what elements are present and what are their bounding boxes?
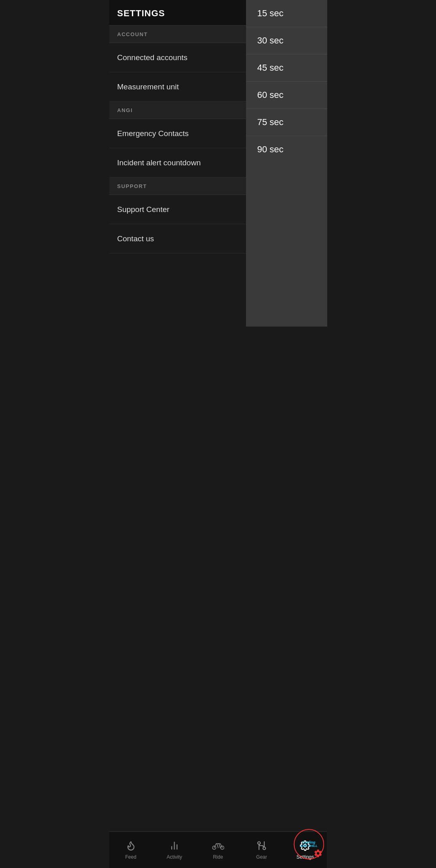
gear-nav-icon xyxy=(256,840,267,853)
nav-activity[interactable]: Activity xyxy=(153,832,196,868)
ride-label: Ride xyxy=(213,854,223,860)
incident-alert-label: Incident alert countdown xyxy=(117,158,201,167)
bottom-navigation: Feed Activity Ride xyxy=(109,831,327,868)
dropdown-item-45sec[interactable]: 45 sec xyxy=(246,54,327,82)
nav-feed[interactable]: Feed xyxy=(109,832,153,868)
support-section-label: SUPPORT xyxy=(117,183,147,189)
dropdown-item-90sec[interactable]: 90 sec xyxy=(246,136,327,163)
page-title: SETTINGS xyxy=(117,8,165,18)
nav-settings[interactable]: Cycling AND CHILL Settings xyxy=(283,832,327,868)
brand-badge: Cycling AND CHILL xyxy=(289,828,327,860)
contact-us-label: Contact us xyxy=(117,234,154,243)
ride-icon xyxy=(212,840,224,853)
feed-label: Feed xyxy=(125,854,136,860)
gear-label: Gear xyxy=(256,854,267,860)
connected-accounts-label: Connected accounts xyxy=(117,53,188,62)
measurement-unit-label: Measurement unit xyxy=(117,82,179,91)
dropdown-item-75sec[interactable]: 75 sec xyxy=(246,109,327,136)
emergency-contacts-label: Emergency Contacts xyxy=(117,129,189,138)
time-dropdown[interactable]: 15 sec 30 sec 45 sec 60 sec 75 sec 90 se… xyxy=(246,0,327,327)
account-section-label: ACCOUNT xyxy=(117,31,148,37)
activity-icon xyxy=(169,840,180,853)
main-content: SETTINGS 15 sec 30 sec 45 sec 60 sec 75 … xyxy=(109,0,327,327)
nav-ride[interactable]: Ride xyxy=(196,832,240,868)
support-center-label: Support Center xyxy=(117,205,170,214)
dropdown-item-30sec[interactable]: 30 sec xyxy=(246,27,327,54)
dropdown-item-60sec[interactable]: 60 sec xyxy=(246,82,327,109)
angi-section-label: ANGI xyxy=(117,107,133,113)
activity-label: Activity xyxy=(167,854,182,860)
nav-gear[interactable]: Gear xyxy=(240,832,283,868)
dropdown-item-15sec[interactable]: 15 sec xyxy=(246,0,327,27)
feed-icon xyxy=(125,840,136,853)
